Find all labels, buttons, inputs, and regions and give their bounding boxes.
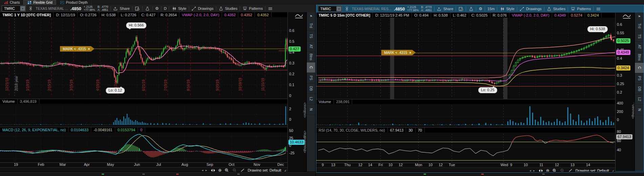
symbol-input[interactable]: TMRC▾ (2, 5, 26, 12)
separator (485, 6, 485, 11)
sidebar-tab-l2[interactable]: L2 (635, 94, 644, 105)
volume-axis-label: 400 (617, 101, 623, 105)
style-button[interactable]: Style (500, 7, 514, 11)
time-axis-label: Jun (134, 162, 140, 167)
ohlc-field: L: 0.462 (450, 13, 469, 18)
sidebar-tab-ts[interactable]: TS (307, 31, 315, 41)
analyze-button[interactable] (145, 6, 150, 11)
sidebar-tab-btns[interactable]: Btns (307, 52, 315, 62)
analyze-button[interactable] (468, 7, 474, 11)
settings-button[interactable]: ⚙ (479, 7, 482, 11)
sidebar-tab-trd[interactable]: Trd (307, 20, 315, 31)
sidebar-tab-ps[interactable]: PS (307, 73, 315, 83)
style-button[interactable]: Style (172, 6, 186, 11)
share-button[interactable]: Share (113, 6, 129, 11)
study-price-badge: 0.3424 (616, 65, 630, 71)
time-axis-label: Dec (277, 162, 284, 167)
sidebar-tab-db[interactable]: DB (635, 84, 644, 94)
sliver-speck (176, 174, 179, 175)
price-axis-label: 0.6 (289, 28, 294, 33)
share-button[interactable]: Share (437, 7, 453, 11)
price-chart[interactable]: 12/21/181/18/192/15/193/15/194/19/195/17… (0, 17, 287, 99)
sidebar-tab-c[interactable]: C (307, 62, 315, 73)
sidebar-tab-btns[interactable]: Btns (635, 52, 644, 63)
volume-chart[interactable] (316, 104, 615, 127)
time-axis-label: 14 (368, 163, 372, 167)
price-chart[interactable] (316, 18, 615, 99)
high-label: Hi: 0.538 (587, 26, 608, 32)
drawings-button[interactable]: Drawings (192, 6, 214, 11)
price-axis-label: 0.25 (617, 81, 624, 86)
settings-button[interactable]: ⚙ (155, 6, 159, 11)
price-axis-label: 0.3 (617, 73, 622, 78)
gear-icon: ⚙ (155, 6, 159, 11)
sidebar-tab-l2[interactable]: L2 (307, 94, 315, 104)
time-axis-label: Tue (449, 163, 455, 167)
volume-axis-label: 2 (289, 106, 291, 111)
drawings-icon (520, 7, 525, 11)
timeframe-button[interactable]: 15m (487, 7, 495, 11)
sidebar-tab-n[interactable]: N (307, 104, 315, 115)
svg-text:1/18/19: 1/18/19 (26, 79, 29, 91)
patterns-button[interactable]: Patterns (242, 6, 263, 11)
close-icon[interactable]: × (88, 47, 90, 51)
header-spacer (145, 127, 287, 132)
separator (466, 6, 466, 11)
price-axis[interactable]: 0.60.550.450.40.30.250.240020008060400.5… (615, 13, 635, 171)
squiggle-icon[interactable] (622, 14, 631, 20)
time-axis-label: 12 (399, 163, 403, 167)
study-value: 70 (416, 128, 425, 133)
time-axis-label: 12 (358, 163, 362, 167)
notes-button[interactable] (458, 7, 463, 11)
svg-text:10/18/19: 10/18/19 (238, 78, 242, 91)
sidebar-tab-c[interactable]: C (635, 63, 644, 73)
app-tab-product-depth[interactable]: Product Depth (56, 0, 92, 5)
sidebar-tab-ts[interactable]: TS (635, 31, 644, 42)
sidebar-tab-at[interactable]: AT (635, 42, 644, 52)
flag-icon[interactable]: ⚑ (307, 12, 315, 20)
panel-menu-button[interactable] (268, 6, 273, 11)
chevron-down-icon[interactable]: ▾ (336, 6, 341, 11)
alert-mark-label[interactable]: MARK < .4315× (60, 46, 94, 52)
sidebar-tab-at[interactable]: AT (307, 41, 315, 52)
time-axis-label: Jul (156, 162, 161, 167)
low-label: Lo: 0.12 (106, 87, 125, 94)
study-chart[interactable] (0, 132, 287, 162)
drawings-button[interactable]: Drawings (520, 7, 542, 11)
close-icon[interactable]: × (409, 51, 411, 55)
price-axis-label: 0.1 (289, 82, 294, 87)
sidebar-tab-db[interactable]: DB (307, 83, 315, 94)
separator (593, 6, 593, 11)
sidebar-tab-ps[interactable]: PS (635, 73, 644, 84)
separator (240, 6, 240, 11)
squiggle-icon[interactable] (295, 14, 303, 19)
chart-data-header: TMRC 1 Y 1D [OTC OTHER]D: 12/11/19O: 0.2… (0, 12, 287, 17)
studies-label: Studies (225, 6, 238, 11)
studies-button[interactable]: Studies (219, 6, 238, 11)
flag-icon[interactable]: ⚑ (635, 13, 644, 21)
patterns-button[interactable]: Patterns (570, 7, 591, 11)
time-axis-label: 12 (555, 163, 559, 167)
study-label: MACD (12, 26, 9, EXPONENTIAL, no) (0, 127, 68, 132)
studies-button[interactable]: Studies (547, 7, 566, 11)
bid-ask-stack: B: .4770A: .4851 (421, 6, 432, 12)
symbol-input[interactable]: TMRC▾ (318, 6, 342, 12)
price-axis-label: 0.55 (617, 31, 624, 35)
sliver-speck (237, 174, 240, 175)
ohlc-field: C: 0.427 (139, 12, 158, 17)
app-tab-charts[interactable]: Charts (0, 0, 23, 5)
price-axis[interactable]: 0.60.50.40.30.20.102050250-250.42710.463… (287, 12, 307, 172)
sidebar-tab-trd[interactable]: Trd (635, 21, 644, 31)
notes-button[interactable] (135, 6, 140, 11)
panel-menu-button[interactable] (596, 7, 601, 11)
last-price: .4850 (70, 6, 81, 11)
study-chart[interactable] (316, 133, 615, 163)
app-tab-flexible-grid[interactable]: Flexible Grid (23, 0, 56, 5)
sidebar-tab-n[interactable]: N (635, 105, 644, 115)
volume-chart[interactable] (0, 104, 287, 127)
alert-mark-label[interactable]: MARK < .4315× (381, 50, 416, 55)
timeframe-button[interactable]: D (164, 6, 166, 11)
flask-icon (145, 6, 150, 11)
separator (456, 6, 456, 11)
chevron-down-icon[interactable]: ▾ (20, 6, 25, 11)
